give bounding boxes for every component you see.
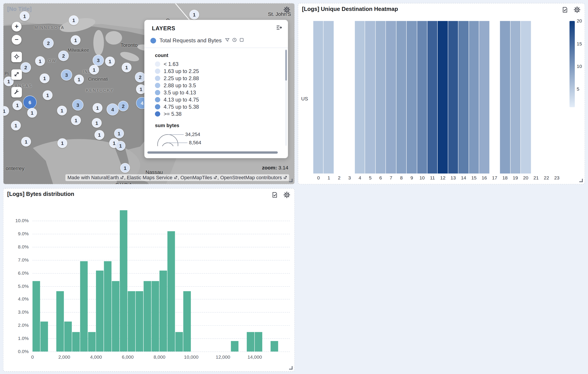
histogram-bar[interactable] <box>168 231 175 352</box>
cluster-marker[interactable]: 1 <box>27 108 37 118</box>
cluster-marker[interactable]: 3 <box>93 55 104 66</box>
collapse-layers-button[interactable] <box>275 24 283 32</box>
horizontal-scrollbar[interactable] <box>147 151 278 154</box>
panel-resize-handle[interactable] <box>289 366 293 370</box>
heatmap-cell[interactable] <box>365 21 375 173</box>
heatmap-cell[interactable] <box>531 21 541 173</box>
histogram-bar[interactable] <box>80 261 88 352</box>
heatmap-cell[interactable] <box>344 21 354 173</box>
heatmap-cell[interactable] <box>469 21 479 173</box>
vertical-scrollbar[interactable] <box>285 50 287 81</box>
cluster-marker[interactable]: 1 <box>35 56 45 66</box>
fit-to-data-button[interactable] <box>11 52 22 62</box>
cluster-marker[interactable]: 1 <box>71 115 81 125</box>
heatmap-cell[interactable] <box>541 21 551 173</box>
cluster-marker[interactable]: 1 <box>12 100 22 110</box>
heatmap-cell[interactable] <box>313 21 323 173</box>
heatmap-cell[interactable] <box>427 21 437 173</box>
heatmap-cell[interactable] <box>355 21 365 173</box>
histogram-bar[interactable] <box>231 341 239 352</box>
histogram-bar[interactable] <box>128 291 135 352</box>
full-screen-button[interactable] <box>11 69 22 80</box>
histogram-bar[interactable] <box>72 332 80 352</box>
panel-settings-button[interactable] <box>283 191 291 199</box>
cluster-marker[interactable]: 1 <box>92 118 102 128</box>
attribution-link[interactable]: Elastic Maps Service <box>127 175 178 180</box>
cluster-marker[interactable]: 1 <box>189 10 199 20</box>
cluster-marker[interactable]: 1 <box>122 62 131 72</box>
attribution-link[interactable]: OpenStreetMap contributors <box>220 175 287 180</box>
heatmap-cell[interactable] <box>479 21 489 173</box>
zoom-in-button[interactable]: + <box>12 22 21 31</box>
histogram-bar[interactable] <box>96 270 104 352</box>
cluster-marker[interactable]: 1 <box>57 138 67 148</box>
cluster-marker[interactable]: 1 <box>114 128 124 138</box>
cluster-marker[interactable]: 2 <box>43 38 54 48</box>
histogram-bar[interactable] <box>183 291 191 352</box>
heatmap-cell[interactable] <box>324 21 334 173</box>
cluster-marker[interactable]: 1 <box>74 74 84 84</box>
histogram-bar[interactable] <box>120 210 127 352</box>
edit-visualization-button[interactable] <box>271 191 279 199</box>
heatmap-cell[interactable] <box>552 21 562 173</box>
heatmap-cell[interactable] <box>448 21 458 173</box>
cluster-marker[interactable]: 1 <box>93 103 103 113</box>
heatmap-cell[interactable] <box>386 21 396 173</box>
cluster-marker[interactable]: 1 <box>69 15 79 25</box>
cluster-marker[interactable]: 1 <box>20 11 29 21</box>
heatmap-cell[interactable] <box>376 21 386 173</box>
histogram-bar[interactable] <box>255 332 262 352</box>
cluster-marker[interactable]: 3 <box>72 99 84 111</box>
heatmap-cell[interactable] <box>396 21 406 173</box>
cluster-marker[interactable]: 1 <box>89 65 99 74</box>
cluster-marker[interactable]: 1 <box>120 163 130 173</box>
cluster-marker[interactable]: 4 <box>106 104 118 115</box>
cluster-marker[interactable]: 2 <box>58 51 69 61</box>
histogram-bar[interactable] <box>112 281 119 352</box>
histogram-bar[interactable] <box>64 322 72 352</box>
attribution-link[interactable]: OpenMapTiles <box>180 175 217 180</box>
heatmap-cell[interactable] <box>511 21 521 173</box>
heatmap-cell[interactable] <box>407 21 417 173</box>
heatmap-cell[interactable] <box>417 21 427 173</box>
heatmap-cell[interactable] <box>334 21 344 173</box>
histogram-bar[interactable] <box>144 281 151 352</box>
cluster-marker[interactable]: 3 <box>61 69 72 81</box>
histogram-bar[interactable] <box>56 291 64 352</box>
histogram-bar[interactable] <box>88 332 95 352</box>
cluster-marker[interactable]: 2 <box>118 101 128 111</box>
heatmap-cell[interactable] <box>490 21 500 173</box>
histogram-bar[interactable] <box>175 332 183 352</box>
histogram-bar[interactable] <box>247 332 254 352</box>
cluster-marker[interactable]: 1 <box>43 90 52 100</box>
histogram-bar[interactable] <box>41 322 48 352</box>
panel-settings-button[interactable] <box>573 6 581 14</box>
histogram-bar[interactable] <box>159 270 167 352</box>
panel-resize-handle[interactable] <box>289 179 293 182</box>
cluster-marker[interactable]: 1 <box>21 137 31 146</box>
heatmap-cell[interactable] <box>500 21 510 173</box>
histogram-bar[interactable] <box>271 341 278 352</box>
panel-settings-button[interactable] <box>283 6 291 14</box>
histogram-bar[interactable] <box>136 291 143 352</box>
cluster-marker[interactable]: 6 <box>23 95 37 109</box>
cluster-marker[interactable]: 1 <box>116 141 126 151</box>
heatmap-cell[interactable] <box>438 21 448 173</box>
cluster-marker[interactable]: 2 <box>135 72 146 82</box>
cluster-marker[interactable]: 2 <box>21 62 31 73</box>
cluster-marker[interactable]: 1 <box>40 73 49 83</box>
histogram-bar[interactable] <box>32 281 40 352</box>
map-tools-button[interactable] <box>11 87 22 97</box>
zoom-out-button[interactable]: − <box>12 35 21 45</box>
heatmap-cell[interactable] <box>459 21 469 173</box>
cluster-marker[interactable]: 1 <box>57 106 67 115</box>
histogram-bar[interactable] <box>104 261 112 352</box>
heatmap-cell[interactable] <box>521 21 531 173</box>
attribution-link[interactable]: NaturalEarth <box>91 175 124 180</box>
edit-visualization-button[interactable] <box>561 6 569 14</box>
layer-row[interactable]: Total Requests and Bytes <box>144 35 288 48</box>
histogram-bar[interactable] <box>151 281 159 352</box>
panel-resize-handle[interactable] <box>579 179 583 182</box>
cluster-marker[interactable]: 1 <box>71 35 80 45</box>
legend-scroll-area[interactable]: count < 1.631.63 up to 2.252.25 up to 2.… <box>144 48 288 146</box>
